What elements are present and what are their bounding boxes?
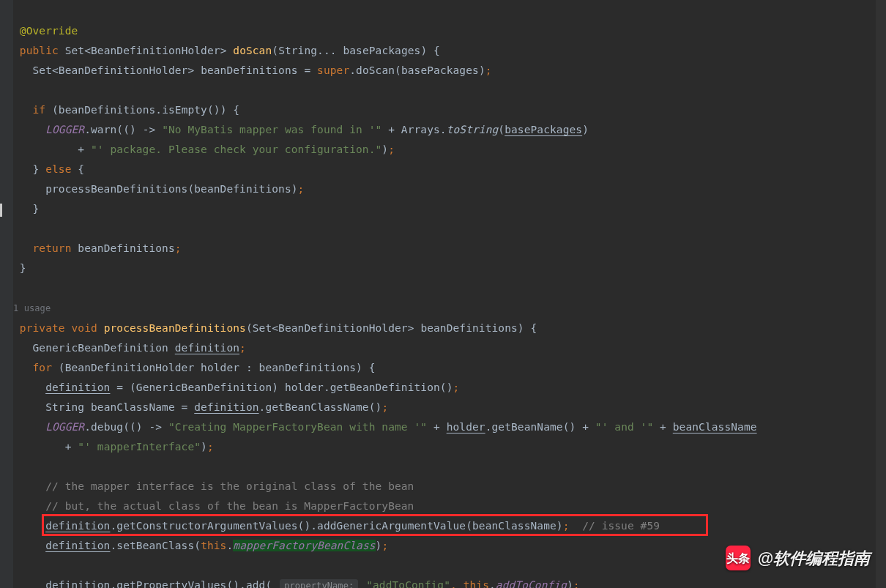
code-line: @Override bbox=[13, 25, 78, 37]
method-name: processBeanDefinitions bbox=[104, 322, 246, 334]
string-literal: "' package. Please check your configurat… bbox=[91, 144, 381, 155]
code-line: // but, the actual class of the bean is … bbox=[13, 500, 414, 512]
watermark: 头条 @软件编程指南 bbox=[726, 546, 870, 570]
code-line: for (BeanDefinitionHolder holder : beanD… bbox=[13, 362, 376, 373]
code-line: Set<BeanDefinitionHolder> beanDefinition… bbox=[13, 64, 492, 76]
scrollbar-vertical[interactable] bbox=[876, 0, 886, 588]
highlight-annotation-box bbox=[42, 514, 708, 536]
usage-hint[interactable]: 1 usage bbox=[13, 303, 51, 313]
code-line: LOGGER.warn(() -> "No MyBatis mapper was… bbox=[13, 124, 589, 135]
code-editor[interactable]: @Override public Set<BeanDefinitionHolde… bbox=[13, 1, 757, 588]
code-line: definition = (GenericBeanDefinition) hol… bbox=[13, 382, 459, 393]
blank-line bbox=[13, 282, 20, 294]
code-line: if (beanDefinitions.isEmpty()) { bbox=[13, 104, 239, 116]
method-name: doScan bbox=[233, 45, 272, 56]
editor-gutter bbox=[0, 0, 13, 588]
code-line: } bbox=[13, 203, 39, 215]
code-line: String beanClassName = definition.getBea… bbox=[13, 401, 388, 413]
comment: // but, the actual class of the bean is … bbox=[45, 500, 414, 512]
logger-ref: LOGGER bbox=[45, 124, 84, 135]
code-line: } else { bbox=[13, 163, 84, 175]
comment: // the mapper interface is the original … bbox=[45, 480, 414, 492]
selected-field: mapperFactoryBeanClass bbox=[233, 540, 375, 551]
code-line: + "' mapperInterface"); bbox=[13, 441, 214, 453]
code-line: public Set<BeanDefinitionHolder> doScan(… bbox=[13, 45, 440, 56]
code-line: LOGGER.debug(() -> "Creating MapperFacto… bbox=[13, 421, 757, 433]
parameter-hint-inlay: propertyName: bbox=[280, 579, 358, 588]
code-line: return beanDefinitions; bbox=[13, 242, 182, 254]
string-literal: "No MyBatis mapper was found in '" bbox=[162, 124, 381, 135]
code-line: processBeanDefinitions(beanDefinitions); bbox=[13, 183, 304, 195]
code-line: // the mapper interface is the original … bbox=[13, 480, 414, 492]
code-line: private void processBeanDefinitions(Set<… bbox=[13, 322, 537, 334]
code-line: } bbox=[13, 262, 26, 274]
watermark-text: @软件编程指南 bbox=[758, 548, 870, 568]
blank-line bbox=[13, 84, 20, 96]
java-annotation: @Override bbox=[20, 25, 78, 37]
code-line: + "' package. Please check your configur… bbox=[13, 144, 395, 155]
blank-line bbox=[13, 461, 20, 472]
blank-line bbox=[13, 559, 20, 571]
code-line: definition.getPropertyValues().add( prop… bbox=[13, 579, 580, 588]
text-caret bbox=[0, 204, 2, 217]
watermark-logo-icon: 头条 bbox=[726, 546, 751, 570]
param-ref: basePackages bbox=[505, 124, 582, 135]
code-line: GenericBeanDefinition definition; bbox=[13, 342, 246, 354]
code-line: definition.setBeanClass(this.mapperFacto… bbox=[13, 540, 388, 551]
var-ref: definition bbox=[175, 342, 239, 354]
blank-line bbox=[13, 223, 20, 234]
